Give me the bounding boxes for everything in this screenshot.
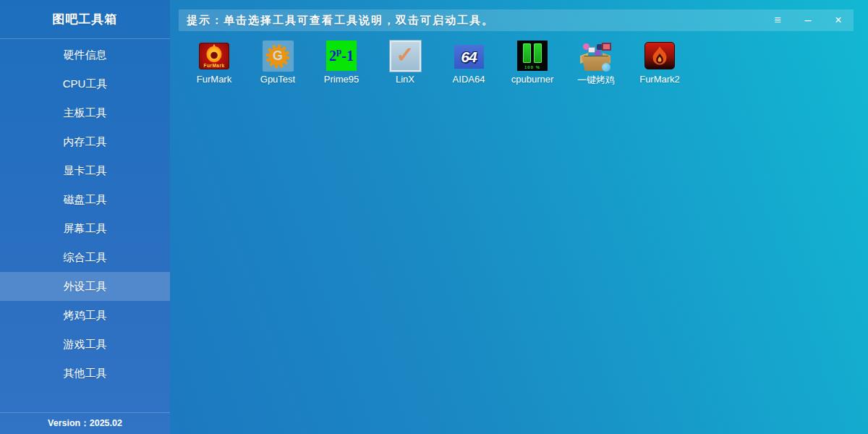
tool-prime95[interactable]: 2 p -1 Prime95 — [310, 41, 373, 87]
tool-label: AIDA64 — [453, 74, 485, 85]
sidebar: 图吧工具箱 硬件信息 CPU工具 主板工具 内存工具 显卡工具 磁盘工具 屏幕工… — [0, 0, 170, 434]
mini-app-icon — [595, 50, 601, 56]
tool-cpuburner[interactable]: 100 % cpuburner — [501, 41, 564, 87]
app-window: 图吧工具箱 硬件信息 CPU工具 主板工具 内存工具 显卡工具 磁盘工具 屏幕工… — [0, 0, 868, 434]
aida64-icon: 64 — [454, 45, 484, 69]
sidebar-item-gpu-tools[interactable]: 显卡工具 — [0, 156, 170, 185]
sidebar-menu: 硬件信息 CPU工具 主板工具 内存工具 显卡工具 磁盘工具 屏幕工具 综合工具… — [0, 41, 170, 388]
tool-grid: FurMark FurMark G GpuTest — [170, 41, 692, 87]
minimize-icon[interactable]: – — [793, 9, 823, 31]
tip-bar: 提示：单击选择工具可查看工具说明，双击可启动工具。 ≡ – × — [179, 9, 854, 31]
sidebar-item-hardware-info[interactable]: 硬件信息 — [0, 41, 170, 69]
sidebar-item-screen-tools[interactable]: 屏幕工具 — [0, 214, 170, 243]
tool-aida64[interactable]: 64 AIDA64 — [437, 41, 501, 87]
sidebar-item-motherboard-tools[interactable]: 主板工具 — [0, 98, 170, 127]
prime95-mersenne-icon: 2 p -1 — [326, 41, 357, 71]
tool-label: cpuburner — [511, 74, 554, 85]
prime95-icon-text: 2 — [329, 48, 336, 64]
window-controls: ≡ – × — [762, 9, 854, 31]
sidebar-item-cpu-tools[interactable]: CPU工具 — [0, 69, 170, 98]
tool-gputest[interactable]: G GpuTest — [246, 41, 310, 87]
tool-label: FurMark2 — [639, 74, 680, 85]
cpuburner-icon-text: 100 % — [517, 65, 548, 69]
app-title: 图吧工具箱 — [0, 0, 170, 39]
tip-text: 提示：单击选择工具可查看工具说明，双击可启动工具。 — [179, 14, 762, 27]
sidebar-item-peripheral-tools[interactable]: 外设工具 — [0, 272, 170, 301]
tool-one-key-burnin[interactable]: 一键烤鸡 — [564, 41, 628, 87]
tool-label: Prime95 — [324, 74, 359, 85]
sidebar-item-other-tools[interactable]: 其他工具 — [0, 359, 170, 388]
sidebar-item-game-tools[interactable]: 游戏工具 — [0, 330, 170, 359]
aida64-icon-text: 64 — [461, 48, 476, 66]
sidebar-item-misc-tools[interactable]: 综合工具 — [0, 243, 170, 272]
tool-linx[interactable]: ✓ LinX — [373, 41, 437, 87]
gputest-gear-icon: G — [263, 41, 294, 72]
tool-furmark[interactable]: FurMark FurMark — [182, 41, 246, 87]
tool-label: FurMark — [197, 74, 231, 85]
menu-icon[interactable]: ≡ — [762, 9, 793, 31]
gputest-icon-text: G — [273, 48, 283, 63]
sidebar-item-memory-tools[interactable]: 内存工具 — [0, 127, 170, 156]
cpuburner-bars-icon: 100 % — [517, 41, 548, 71]
sidebar-item-disk-tools[interactable]: 磁盘工具 — [0, 185, 170, 214]
flame-graphic — [650, 46, 669, 66]
tool-label: LinX — [396, 74, 414, 85]
close-icon[interactable]: × — [823, 9, 854, 31]
linx-checkmark-icon: ✓ — [390, 41, 421, 72]
sidebar-item-stresstest-tools[interactable]: 烤鸡工具 — [0, 301, 170, 330]
flame-graphic — [203, 43, 225, 64]
checkmark-glyph: ✓ — [396, 42, 414, 67]
tool-furmark2[interactable]: FurMark2 — [628, 41, 692, 87]
green-bar — [534, 43, 542, 63]
toolbox-package-icon — [579, 41, 613, 72]
furmark2-flame-icon — [644, 42, 675, 69]
version-label: Version：2025.02 — [0, 412, 170, 434]
furmark-flame-icon: FurMark — [199, 43, 229, 69]
tool-label: GpuTest — [260, 74, 295, 85]
main-area: 提示：单击选择工具可查看工具说明，双击可启动工具。 ≡ – × — [170, 0, 868, 434]
blue-chick — [602, 63, 610, 72]
green-bar — [523, 43, 531, 63]
mini-app-icon — [602, 43, 611, 51]
furmark-icon-text: FurMark — [200, 63, 229, 68]
tool-label: 一键烤鸡 — [577, 74, 615, 87]
